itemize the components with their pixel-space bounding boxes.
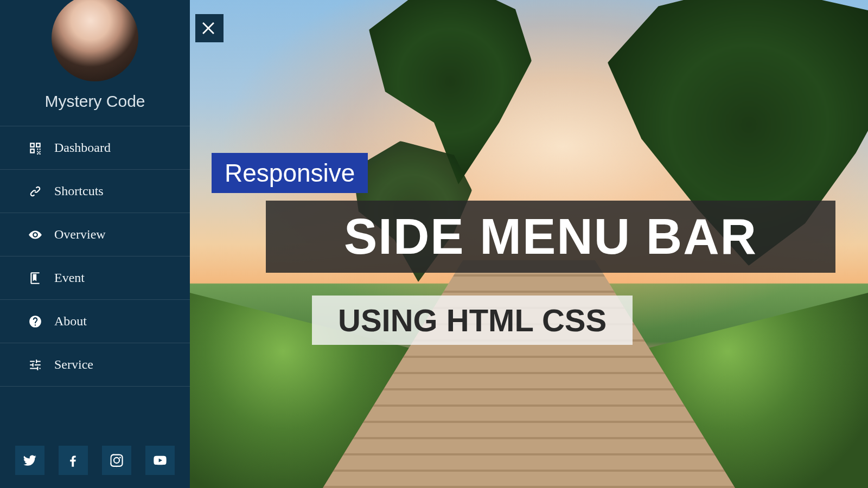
- question-icon: [28, 314, 42, 329]
- sidebar-item-shortcuts[interactable]: Shortcuts: [0, 170, 190, 213]
- sidebar-item-overview[interactable]: Overview: [0, 213, 190, 256]
- sidebar-item-label: Shortcuts: [54, 184, 104, 198]
- facebook-link[interactable]: [59, 446, 88, 475]
- youtube-link[interactable]: [145, 446, 175, 475]
- social-bar: [0, 435, 190, 488]
- twitter-link[interactable]: [15, 446, 44, 475]
- sidebar-item-about[interactable]: About: [0, 300, 190, 343]
- sidebar-menu: Dashboard Shortcuts Overview Event: [0, 126, 190, 387]
- app-root: Mystery Code Dashboard Shortcuts Overvie…: [0, 0, 868, 488]
- sidebar-item-dashboard[interactable]: Dashboard: [0, 126, 190, 170]
- instagram-link[interactable]: [102, 446, 131, 475]
- facebook-icon: [66, 453, 81, 468]
- instagram-icon: [109, 453, 124, 468]
- link-icon: [28, 184, 42, 198]
- sidebar-item-label: About: [54, 314, 87, 329]
- eye-icon: [28, 228, 42, 242]
- close-sidebar-button[interactable]: [195, 14, 224, 42]
- profile-name: Mystery Code: [0, 92, 190, 111]
- sidebar-item-label: Dashboard: [54, 140, 111, 155]
- close-icon: [200, 19, 219, 37]
- sidebar-item-event[interactable]: Event: [0, 256, 190, 300]
- book-icon: [28, 271, 42, 285]
- sidebar-item-label: Overview: [54, 227, 106, 242]
- qr-icon: [28, 141, 42, 155]
- hero-subtitle: USING HTML CSS: [312, 296, 633, 345]
- sidebar: Mystery Code Dashboard Shortcuts Overvie…: [0, 0, 190, 488]
- youtube-icon: [152, 453, 168, 468]
- sidebar-item-label: Event: [54, 271, 85, 285]
- avatar-container: [0, 0, 190, 81]
- sliders-icon: [28, 358, 42, 372]
- avatar[interactable]: [52, 0, 138, 81]
- sidebar-item-label: Service: [54, 357, 93, 372]
- hero-title: SIDE MENU BAR: [266, 201, 835, 273]
- sidebar-item-service[interactable]: Service: [0, 343, 190, 387]
- hero-tag: Responsive: [212, 153, 368, 193]
- twitter-icon: [22, 453, 37, 468]
